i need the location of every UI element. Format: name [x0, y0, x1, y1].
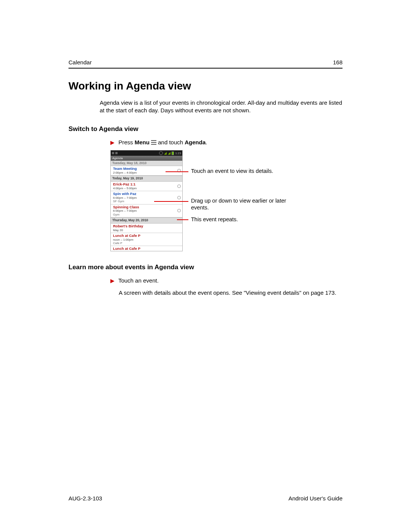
bullet-icon: ▶	[110, 139, 115, 145]
page-title: Working in Agenda view	[68, 80, 342, 92]
menu-icon	[151, 140, 156, 145]
callout-line	[177, 219, 188, 220]
event-item: Team Meeting 2:00pm – 4:00pm	[111, 166, 182, 176]
event-item: Robert's Birthday May 20	[111, 224, 182, 233]
day-header: Today, May 19, 2010	[111, 176, 182, 182]
section-name: Calendar	[68, 59, 92, 66]
step-text: Press Menu and touch Agenda.	[118, 139, 207, 145]
status-time: 1:23	[175, 152, 181, 155]
event-item: Lunch at Cafe P noon – 1:00pm Cafe P	[111, 233, 182, 246]
event-item: Spin with Paz 6:00pm – 7:00pm SF Gym	[111, 191, 182, 204]
phone-screenshot: 1:23 Agenda Tuesday, May 18, 2010 Team M…	[110, 150, 183, 251]
event-item: Erick-Paz 1:1 4:00pm – 5:00pm	[111, 182, 182, 191]
battery-icon	[172, 152, 174, 155]
clock-icon	[159, 151, 163, 155]
subheading-switch: Switch to Agenda view	[68, 125, 342, 133]
reminder-icon	[177, 185, 181, 188]
day-header: Tuesday, May 18, 2010	[111, 161, 182, 166]
step-detail: A screen with details about the event op…	[119, 289, 342, 297]
page-header: Calendar 168	[68, 59, 342, 69]
intro-paragraph: Agenda view is a list of your events in …	[100, 99, 342, 115]
step-touch-event: ▶ Touch an event.	[110, 276, 342, 285]
event-item: Lunch at Cafe P	[111, 246, 182, 251]
reminder-icon	[177, 196, 181, 199]
step-text: Touch an event.	[118, 277, 159, 284]
page-footer: AUG-2.3-103 Android User's Guide	[68, 495, 342, 502]
screenshot-with-callouts: 1:23 Agenda Tuesday, May 18, 2010 Team M…	[110, 150, 342, 251]
page-number: 168	[333, 59, 342, 66]
reminder-icon	[177, 209, 181, 212]
event-item: Spinning Class 6:00pm – 7:00pm Gym	[111, 204, 182, 217]
step-press-menu: ▶ Press Menu and touch Agenda.	[110, 138, 342, 147]
day-header: Thursday, May 20, 2010	[111, 217, 182, 224]
status-icon	[112, 152, 114, 154]
footer-right: Android User's Guide	[288, 495, 342, 502]
bullet-icon: ▶	[110, 278, 115, 284]
callout-text: Drag up or down to view earlier or later…	[191, 197, 290, 211]
status-bar: 1:23	[111, 150, 182, 156]
status-icon	[115, 152, 118, 154]
callout-text: This event repeats.	[191, 216, 238, 223]
callout-text: Touch an event to view its details.	[191, 168, 273, 174]
subheading-learn: Learn more about events in Agenda view	[68, 264, 342, 271]
callout-line	[166, 171, 188, 172]
footer-left: AUG-2.3-103	[68, 495, 102, 502]
callout-line	[154, 201, 188, 202]
signal-icon	[164, 152, 167, 155]
document-page: Calendar 168 Working in Agenda view Agen…	[0, 0, 411, 532]
signal-icon	[168, 152, 170, 155]
agenda-title-bar: Agenda	[111, 156, 182, 161]
